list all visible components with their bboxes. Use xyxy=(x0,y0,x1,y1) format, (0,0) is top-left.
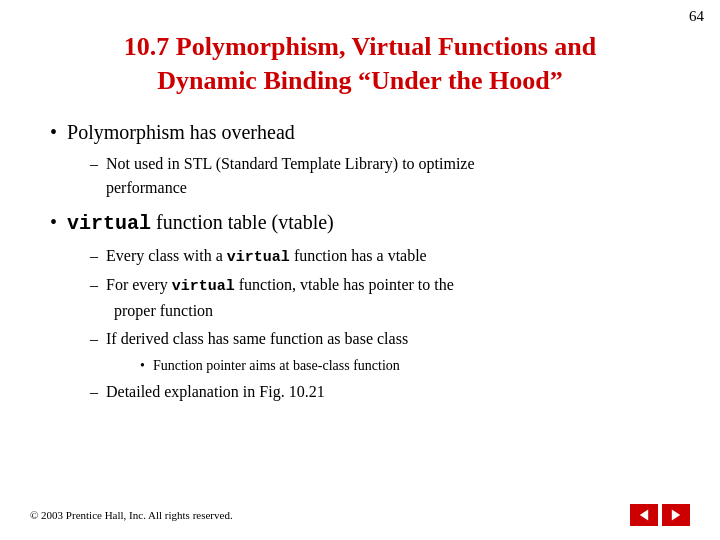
title-line2: Dynamic Binding “Under the Hood” xyxy=(40,64,680,98)
bullet-2-sub: – Every class with a virtual function ha… xyxy=(90,244,680,404)
page-number: 64 xyxy=(689,8,704,25)
sub-bullet-1-1: – Not used in STL (Standard Template Lib… xyxy=(90,152,680,200)
prev-icon xyxy=(637,508,651,522)
sub-bullet-2-3: – If derived class has same function as … xyxy=(90,327,680,351)
virtual-code-1: virtual xyxy=(67,212,151,235)
prev-button[interactable] xyxy=(630,504,658,526)
bullet-2-text: virtual function table (vtable) xyxy=(67,208,334,238)
sub-bullet-2-4-text: Detailed explanation in Fig. 10.21 xyxy=(106,380,325,404)
bullet-dot-1: • xyxy=(50,118,57,146)
bullet-1-sub: – Not used in STL (Standard Template Lib… xyxy=(90,152,680,200)
sub-bullet-2-2-text: For every virtual function, vtable has p… xyxy=(106,273,454,323)
virtual-code-3: virtual xyxy=(172,278,235,295)
bullet-1-text: Polymorphism has overhead xyxy=(67,118,295,146)
bullet-dot-2: • xyxy=(50,208,57,236)
slide: 64 10.7 Polymorphism, Virtual Functions … xyxy=(0,0,720,540)
dash-2-2: – xyxy=(90,273,98,297)
sub-sub-bullets: • Function pointer aims at base-class fu… xyxy=(140,355,680,376)
svg-marker-1 xyxy=(672,509,680,520)
dash-2-3: – xyxy=(90,327,98,351)
next-button[interactable] xyxy=(662,504,690,526)
slide-content: • Polymorphism has overhead – Not used i… xyxy=(40,118,680,404)
sub-bullet-2-3-text: If derived class has same function as ba… xyxy=(106,327,408,351)
copyright-text: © 2003 Prentice Hall, Inc. All rights re… xyxy=(30,509,630,521)
slide-title: 10.7 Polymorphism, Virtual Functions and… xyxy=(40,30,680,98)
svg-marker-0 xyxy=(640,509,648,520)
next-icon xyxy=(669,508,683,522)
virtual-code-2: virtual xyxy=(227,249,290,266)
footer: © 2003 Prentice Hall, Inc. All rights re… xyxy=(0,504,720,526)
nav-buttons[interactable] xyxy=(630,504,690,526)
dash-2-4: – xyxy=(90,380,98,404)
title-line1: 10.7 Polymorphism, Virtual Functions and xyxy=(40,30,680,64)
sub-bullet-2-1-text: Every class with a virtual function has … xyxy=(106,244,427,270)
sub-bullet-2-1: – Every class with a virtual function ha… xyxy=(90,244,680,270)
sub-bullet-1-1-text: Not used in STL (Standard Template Libra… xyxy=(106,152,475,200)
bullet-2: • virtual function table (vtable) xyxy=(50,208,680,238)
dash-1: – xyxy=(90,152,98,176)
sub-sub-bullet-1: • Function pointer aims at base-class fu… xyxy=(140,355,680,376)
sub-bullet-2-2: – For every virtual function, vtable has… xyxy=(90,273,680,323)
sub-sub-dot: • xyxy=(140,355,145,376)
dash-2-1: – xyxy=(90,244,98,268)
sub-sub-bullet-1-text: Function pointer aims at base-class func… xyxy=(153,355,400,376)
bullet-1: • Polymorphism has overhead xyxy=(50,118,680,146)
sub-bullet-2-4: – Detailed explanation in Fig. 10.21 xyxy=(90,380,680,404)
